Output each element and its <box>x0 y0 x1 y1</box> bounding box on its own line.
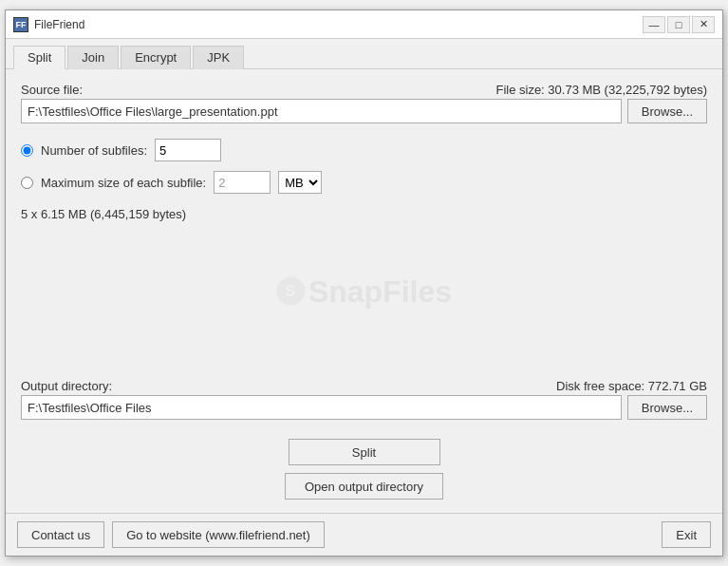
exit-button[interactable]: Exit <box>662 521 711 548</box>
title-bar: FF FileFriend — □ ✕ <box>6 10 722 39</box>
source-file-input[interactable] <box>21 99 622 123</box>
split-button[interactable]: Split <box>289 439 440 465</box>
maximize-button[interactable]: □ <box>667 16 690 33</box>
footer: Contact us Go to website (www.filefriend… <box>6 513 722 556</box>
unit-select[interactable]: MB KB GB <box>278 171 322 194</box>
tab-jpk[interactable]: JPK <box>193 46 244 69</box>
output-label: Output directory: <box>21 379 112 393</box>
title-bar-controls: — □ ✕ <box>643 16 715 33</box>
title-bar-left: FF FileFriend <box>13 17 84 32</box>
open-output-button[interactable]: Open output directory <box>285 473 443 500</box>
radio-max-size-label: Maximum size of each subfile: <box>41 176 206 190</box>
num-subfiles-input[interactable] <box>155 139 221 161</box>
minimize-button[interactable]: — <box>643 16 665 33</box>
output-section: Output directory: Disk free space: 772.7… <box>21 379 707 420</box>
radio-num-subfiles[interactable] <box>21 144 33 157</box>
source-label: Source file: <box>21 83 83 97</box>
split-options-section: Number of subfiles: Maximum size of each… <box>21 139 707 194</box>
main-content: S SnapFiles Source file: File size: 30.7… <box>6 69 722 513</box>
output-browse-button[interactable]: Browse... <box>627 395 707 420</box>
output-label-row: Output directory: Disk free space: 772.7… <box>21 379 707 393</box>
radio-row-maxsize: Maximum size of each subfile: MB KB GB <box>21 171 707 194</box>
disk-free-text: Disk free space: 772.71 GB <box>556 379 707 393</box>
tab-bar: Split Join Encrypt JPK <box>6 39 722 69</box>
tab-join[interactable]: Join <box>67 46 119 69</box>
tab-split[interactable]: Split <box>13 46 65 69</box>
radio-max-size[interactable] <box>21 177 33 189</box>
tab-encrypt[interactable]: Encrypt <box>121 46 191 69</box>
output-dir-input[interactable] <box>21 395 622 420</box>
radio-num-subfiles-label: Number of subfiles: <box>41 143 147 158</box>
app-icon: FF <box>13 17 28 32</box>
window-title: FileFriend <box>34 18 84 31</box>
close-button[interactable]: ✕ <box>692 16 715 33</box>
max-size-input[interactable] <box>214 171 271 194</box>
action-area: Split Open output directory <box>21 439 707 500</box>
website-button[interactable]: Go to website (www.filefriend.net) <box>112 521 325 548</box>
source-section: Source file: File size: 30.73 MB (32,225… <box>21 83 707 123</box>
main-window: FF FileFriend — □ ✕ Split Join Encrypt J… <box>5 9 723 557</box>
radio-row-subfiles: Number of subfiles: <box>21 139 707 161</box>
source-browse-button[interactable]: Browse... <box>627 99 707 123</box>
footer-left: Contact us Go to website (www.filefriend… <box>17 521 325 548</box>
source-input-row: Browse... <box>21 99 707 123</box>
contact-button[interactable]: Contact us <box>17 521 104 548</box>
source-label-row: Source file: File size: 30.73 MB (32,225… <box>21 83 707 97</box>
subfile-info: 5 x 6.15 MB (6,445,159 bytes) <box>21 207 707 221</box>
file-size-text: File size: 30.73 MB (32,225,792 bytes) <box>495 83 707 97</box>
output-input-row: Browse... <box>21 395 707 420</box>
